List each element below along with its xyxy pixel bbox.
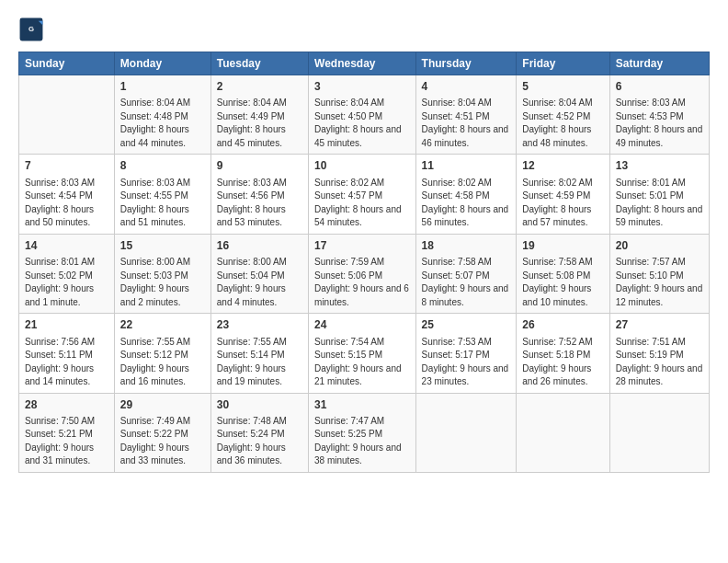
day-number: 30 xyxy=(217,397,302,413)
calendar-cell: 23Sunrise: 7:55 AMSunset: 5:14 PMDayligh… xyxy=(210,314,308,393)
day-number: 6 xyxy=(616,79,703,95)
logo: G xyxy=(18,17,48,42)
calendar-cell: 28Sunrise: 7:50 AMSunset: 5:21 PMDayligh… xyxy=(19,393,115,472)
cell-sun-info: Sunrise: 7:59 AMSunset: 5:06 PMDaylight:… xyxy=(314,256,410,309)
header-thursday: Thursday xyxy=(415,52,517,75)
calendar-cell xyxy=(517,393,609,472)
day-number: 25 xyxy=(422,317,511,333)
day-number: 7 xyxy=(25,158,108,174)
header-sunday: Sunday xyxy=(19,52,115,75)
cell-sun-info: Sunrise: 7:58 AMSunset: 5:07 PMDaylight:… xyxy=(422,256,511,309)
cell-sun-info: Sunrise: 7:58 AMSunset: 5:08 PMDaylight:… xyxy=(522,256,603,309)
logo-icon: G xyxy=(18,17,44,42)
week-row-1: 1Sunrise: 8:04 AMSunset: 4:48 PMDaylight… xyxy=(19,75,710,155)
day-number: 28 xyxy=(25,397,108,413)
calendar-cell: 17Sunrise: 7:59 AMSunset: 5:06 PMDayligh… xyxy=(309,234,416,313)
cell-sun-info: Sunrise: 7:55 AMSunset: 5:12 PMDaylight:… xyxy=(120,336,205,389)
header-friday: Friday xyxy=(517,52,609,75)
calendar-cell: 12Sunrise: 8:02 AMSunset: 4:59 PMDayligh… xyxy=(517,155,609,234)
week-row-2: 7Sunrise: 8:03 AMSunset: 4:54 PMDaylight… xyxy=(19,155,710,234)
cell-sun-info: Sunrise: 8:03 AMSunset: 4:55 PMDaylight:… xyxy=(120,177,205,230)
cell-sun-info: Sunrise: 8:02 AMSunset: 4:58 PMDaylight:… xyxy=(422,177,511,230)
day-number: 18 xyxy=(422,238,511,254)
calendar-cell: 4Sunrise: 8:04 AMSunset: 4:51 PMDaylight… xyxy=(415,75,517,155)
cell-sun-info: Sunrise: 7:54 AMSunset: 5:15 PMDaylight:… xyxy=(314,336,410,389)
calendar-cell: 5Sunrise: 8:04 AMSunset: 4:52 PMDaylight… xyxy=(517,75,609,155)
svg-text:G: G xyxy=(28,25,34,33)
cell-sun-info: Sunrise: 7:47 AMSunset: 5:25 PMDaylight:… xyxy=(314,415,410,468)
day-number: 19 xyxy=(522,238,603,254)
day-number: 21 xyxy=(25,317,108,333)
day-number: 29 xyxy=(120,397,205,413)
calendar-cell: 26Sunrise: 7:52 AMSunset: 5:18 PMDayligh… xyxy=(517,314,609,393)
day-number: 15 xyxy=(120,238,205,254)
cell-sun-info: Sunrise: 8:00 AMSunset: 5:04 PMDaylight:… xyxy=(217,256,302,309)
calendar-cell: 8Sunrise: 8:03 AMSunset: 4:55 PMDaylight… xyxy=(114,155,210,234)
day-number: 17 xyxy=(314,238,410,254)
day-number: 10 xyxy=(314,158,410,174)
calendar-cell: 27Sunrise: 7:51 AMSunset: 5:19 PMDayligh… xyxy=(609,314,709,393)
calendar-cell: 3Sunrise: 8:04 AMSunset: 4:50 PMDaylight… xyxy=(309,75,416,155)
day-number: 22 xyxy=(120,317,205,333)
calendar-cell: 15Sunrise: 8:00 AMSunset: 5:03 PMDayligh… xyxy=(114,234,210,313)
day-number: 24 xyxy=(314,317,410,333)
cell-sun-info: Sunrise: 8:03 AMSunset: 4:56 PMDaylight:… xyxy=(217,177,302,230)
calendar-cell: 9Sunrise: 8:03 AMSunset: 4:56 PMDaylight… xyxy=(210,155,308,234)
cell-sun-info: Sunrise: 8:03 AMSunset: 4:53 PMDaylight:… xyxy=(616,97,703,150)
calendar-cell: 11Sunrise: 8:02 AMSunset: 4:58 PMDayligh… xyxy=(415,155,517,234)
header-wednesday: Wednesday xyxy=(309,52,416,75)
calendar-cell: 2Sunrise: 8:04 AMSunset: 4:49 PMDaylight… xyxy=(210,75,308,155)
calendar-cell: 16Sunrise: 8:00 AMSunset: 5:04 PMDayligh… xyxy=(210,234,308,313)
calendar-cell: 24Sunrise: 7:54 AMSunset: 5:15 PMDayligh… xyxy=(309,314,416,393)
day-number: 14 xyxy=(25,238,108,254)
calendar-cell: 29Sunrise: 7:49 AMSunset: 5:22 PMDayligh… xyxy=(114,393,210,472)
cell-sun-info: Sunrise: 7:55 AMSunset: 5:14 PMDaylight:… xyxy=(217,336,302,389)
cell-sun-info: Sunrise: 7:48 AMSunset: 5:24 PMDaylight:… xyxy=(217,415,302,468)
day-number: 20 xyxy=(616,238,703,254)
calendar-cell: 25Sunrise: 7:53 AMSunset: 5:17 PMDayligh… xyxy=(415,314,517,393)
cell-sun-info: Sunrise: 7:49 AMSunset: 5:22 PMDaylight:… xyxy=(120,415,205,468)
day-number: 31 xyxy=(314,397,410,413)
week-row-5: 28Sunrise: 7:50 AMSunset: 5:21 PMDayligh… xyxy=(19,393,710,472)
cell-sun-info: Sunrise: 7:56 AMSunset: 5:11 PMDaylight:… xyxy=(25,336,108,389)
calendar-cell: 22Sunrise: 7:55 AMSunset: 5:12 PMDayligh… xyxy=(114,314,210,393)
day-number: 27 xyxy=(616,317,703,333)
calendar-cell: 10Sunrise: 8:02 AMSunset: 4:57 PMDayligh… xyxy=(309,155,416,234)
calendar-cell: 19Sunrise: 7:58 AMSunset: 5:08 PMDayligh… xyxy=(517,234,609,313)
calendar-cell: 30Sunrise: 7:48 AMSunset: 5:24 PMDayligh… xyxy=(210,393,308,472)
cell-sun-info: Sunrise: 7:50 AMSunset: 5:21 PMDaylight:… xyxy=(25,415,108,468)
calendar-cell: 6Sunrise: 8:03 AMSunset: 4:53 PMDaylight… xyxy=(609,75,709,155)
header-saturday: Saturday xyxy=(609,52,709,75)
day-number: 5 xyxy=(522,79,603,95)
calendar-header-row: SundayMondayTuesdayWednesdayThursdayFrid… xyxy=(19,52,710,75)
cell-sun-info: Sunrise: 7:53 AMSunset: 5:17 PMDaylight:… xyxy=(422,336,511,389)
day-number: 16 xyxy=(217,238,302,254)
cell-sun-info: Sunrise: 8:04 AMSunset: 4:52 PMDaylight:… xyxy=(522,97,603,150)
cell-sun-info: Sunrise: 7:57 AMSunset: 5:10 PMDaylight:… xyxy=(616,256,703,309)
cell-sun-info: Sunrise: 8:01 AMSunset: 5:02 PMDaylight:… xyxy=(25,256,108,309)
calendar-cell: 21Sunrise: 7:56 AMSunset: 5:11 PMDayligh… xyxy=(19,314,115,393)
day-number: 13 xyxy=(616,158,703,174)
cell-sun-info: Sunrise: 7:52 AMSunset: 5:18 PMDaylight:… xyxy=(522,336,603,389)
calendar-cell: 20Sunrise: 7:57 AMSunset: 5:10 PMDayligh… xyxy=(609,234,709,313)
day-number: 4 xyxy=(422,79,511,95)
day-number: 2 xyxy=(217,79,302,95)
header-monday: Monday xyxy=(114,52,210,75)
header-tuesday: Tuesday xyxy=(210,52,308,75)
cell-sun-info: Sunrise: 8:03 AMSunset: 4:54 PMDaylight:… xyxy=(25,177,108,230)
calendar-cell xyxy=(19,75,115,155)
calendar-cell: 1Sunrise: 8:04 AMSunset: 4:48 PMDaylight… xyxy=(114,75,210,155)
day-number: 12 xyxy=(522,158,603,174)
day-number: 23 xyxy=(217,317,302,333)
cell-sun-info: Sunrise: 8:00 AMSunset: 5:03 PMDaylight:… xyxy=(120,256,205,309)
day-number: 3 xyxy=(314,79,410,95)
cell-sun-info: Sunrise: 8:04 AMSunset: 4:48 PMDaylight:… xyxy=(120,97,205,150)
cell-sun-info: Sunrise: 8:01 AMSunset: 5:01 PMDaylight:… xyxy=(616,177,703,230)
cell-sun-info: Sunrise: 8:02 AMSunset: 4:57 PMDaylight:… xyxy=(314,177,410,230)
calendar-cell: 18Sunrise: 7:58 AMSunset: 5:07 PMDayligh… xyxy=(415,234,517,313)
calendar-table: SundayMondayTuesdayWednesdayThursdayFrid… xyxy=(18,52,710,473)
calendar-cell xyxy=(609,393,709,472)
day-number: 8 xyxy=(120,158,205,174)
calendar-cell: 31Sunrise: 7:47 AMSunset: 5:25 PMDayligh… xyxy=(309,393,416,472)
week-row-4: 21Sunrise: 7:56 AMSunset: 5:11 PMDayligh… xyxy=(19,314,710,393)
